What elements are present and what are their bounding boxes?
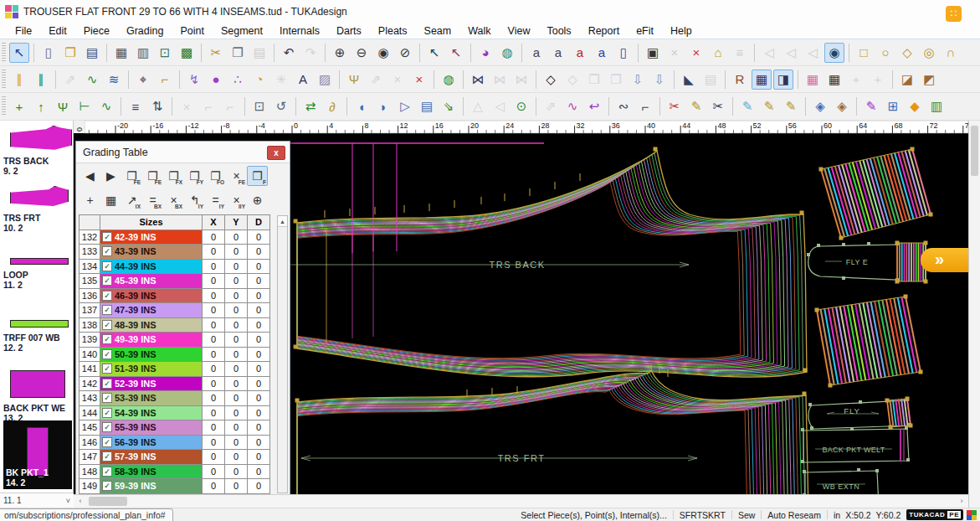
- scroll-up-icon[interactable]: ▲: [278, 216, 287, 227]
- grade-x[interactable]: 0: [203, 245, 225, 260]
- clear-y-icon[interactable]: ×IIY: [226, 190, 247, 210]
- grade-d[interactable]: 0: [248, 259, 270, 274]
- measure-a1-icon[interactable]: a: [526, 43, 546, 63]
- grade-y[interactable]: 0: [225, 230, 248, 245]
- toolbar-drag-handle[interactable]: [2, 43, 6, 63]
- grading-row-144[interactable]: 144✓54-39 INS000: [80, 405, 270, 420]
- toolbar-drag-handle[interactable]: [2, 96, 6, 116]
- grade-x[interactable]: 0: [203, 288, 225, 303]
- size-cell[interactable]: ✓53-39 INS: [100, 391, 203, 406]
- equal-x-icon[interactable]: =BX: [142, 190, 163, 210]
- context-help-icon[interactable]: ↖: [446, 43, 466, 63]
- smooth-curve-icon[interactable]: ∿: [96, 96, 116, 116]
- undo-icon[interactable]: ↶: [279, 43, 299, 63]
- size-checkbox[interactable]: ✓: [102, 246, 112, 256]
- grade-y[interactable]: 0: [225, 450, 248, 465]
- size-checkbox[interactable]: ✓: [102, 276, 112, 286]
- select-zoom-icon[interactable]: ⌖: [133, 70, 153, 90]
- plot-icon[interactable]: ⊡: [155, 43, 175, 63]
- grade-y[interactable]: 0: [225, 245, 248, 260]
- cross-red-icon[interactable]: ×: [409, 70, 429, 90]
- grading-row-139[interactable]: 139✓49-39 INS000: [80, 333, 270, 348]
- menu-report[interactable]: Report: [580, 25, 629, 37]
- size-cell[interactable]: ✓42-39 INS: [100, 230, 203, 245]
- swap-points-icon[interactable]: ⇄: [300, 96, 321, 116]
- help-pointer-icon[interactable]: ↖: [424, 43, 444, 63]
- cut-segment-icon[interactable]: ✂: [664, 96, 685, 116]
- sidebar-piece-trff-007-wb[interactable]: TRFF 007 WB12. 2: [3, 320, 72, 353]
- piece-thumbnail[interactable]: [10, 186, 69, 208]
- grade-x[interactable]: 0: [203, 303, 225, 318]
- grade-y[interactable]: 0: [225, 391, 248, 406]
- trace-curve-icon[interactable]: ∂: [322, 96, 342, 116]
- measure-block-icon[interactable]: ▯: [613, 43, 634, 63]
- shape-spiral-icon[interactable]: ◎: [919, 43, 939, 63]
- sidebar-piece-trs-frt[interactable]: TRS FRT10. 2: [3, 186, 72, 233]
- row-number[interactable]: 137: [80, 303, 100, 318]
- dart-down-2-icon[interactable]: ⇩: [649, 70, 670, 90]
- grade-d[interactable]: 0: [248, 274, 270, 289]
- menu-edit[interactable]: Edit: [40, 25, 75, 37]
- grade-x[interactable]: 0: [203, 376, 225, 391]
- seam-left-icon[interactable]: ◖: [351, 96, 372, 116]
- grade-x[interactable]: 0: [203, 450, 225, 465]
- toolbar-drag-handle[interactable]: [2, 70, 6, 90]
- grade-d[interactable]: 0: [248, 303, 270, 318]
- move-point-icon[interactable]: ↑: [31, 96, 51, 116]
- grading-window-titlebar[interactable]: Grading Table x: [76, 142, 290, 163]
- grade-y[interactable]: 0: [225, 464, 248, 479]
- copy-rule-icon[interactable]: ❐FE: [121, 166, 142, 186]
- grade-d[interactable]: 0: [248, 435, 270, 450]
- size-checkbox[interactable]: ✓: [102, 467, 112, 477]
- grade-x[interactable]: 0: [203, 435, 225, 450]
- size-cell[interactable]: ✓44-39 INS: [100, 259, 203, 274]
- menu-pleats[interactable]: Pleats: [370, 25, 416, 37]
- piece-thumbnail[interactable]: [10, 126, 72, 151]
- size-checkbox[interactable]: ✓: [102, 349, 112, 359]
- export-box-icon[interactable]: ⊞: [883, 96, 903, 116]
- grading-row-143[interactable]: 143✓53-39 INS000: [80, 391, 270, 406]
- flip-fold-icon[interactable]: ◣: [679, 70, 699, 90]
- row-number[interactable]: 138: [80, 317, 100, 333]
- grade-x[interactable]: 0: [203, 420, 225, 436]
- row-number[interactable]: 149: [80, 479, 100, 494]
- size-cell[interactable]: ✓58-39 INS: [100, 464, 203, 479]
- zoom-window-icon[interactable]: ◉: [373, 43, 393, 63]
- measure-box-icon[interactable]: a: [592, 43, 612, 63]
- size-checkbox[interactable]: ✓: [102, 481, 112, 491]
- size-cell[interactable]: ✓52-39 INS: [100, 376, 203, 391]
- grade-x[interactable]: 0: [203, 259, 225, 274]
- size-cell[interactable]: ✓47-39 INS: [100, 303, 203, 318]
- scroll-right-icon[interactable]: ›: [955, 495, 968, 508]
- expand-panel-button[interactable]: »: [921, 248, 968, 272]
- grow-y-icon[interactable]: ↰IY: [184, 190, 205, 210]
- grading-row-146[interactable]: 146✓56-39 INS000: [80, 435, 270, 450]
- grade-x[interactable]: 0: [203, 391, 225, 406]
- row-number[interactable]: 146: [80, 435, 100, 450]
- select-tool-icon[interactable]: ↖: [9, 43, 29, 63]
- grade-d[interactable]: 0: [248, 245, 270, 260]
- size-checkbox[interactable]: ✓: [102, 379, 112, 389]
- size-checkbox[interactable]: ✓: [102, 393, 112, 403]
- sidebar-footer[interactable]: 11. 1 ˅: [0, 493, 74, 508]
- grade-y[interactable]: 0: [225, 479, 248, 494]
- grade-d[interactable]: 0: [248, 362, 270, 377]
- grading-row-136[interactable]: 136✓46-39 INS000: [80, 288, 270, 303]
- size-cell[interactable]: ✓56-39 INS: [100, 435, 203, 450]
- grade-x[interactable]: 0: [203, 362, 225, 377]
- size-checkbox[interactable]: ✓: [102, 408, 112, 418]
- pencil-wave-2-icon[interactable]: ✎: [781, 96, 801, 116]
- clock-mark-icon[interactable]: ◔: [249, 70, 269, 90]
- row-number[interactable]: 148: [80, 464, 100, 479]
- row-number[interactable]: 135: [80, 274, 100, 289]
- shape-arch-icon[interactable]: ∩: [941, 43, 961, 63]
- grid-black-icon[interactable]: ▦: [824, 70, 844, 90]
- rotate-ccw-icon[interactable]: ↺: [271, 96, 291, 116]
- grading-row-142[interactable]: 142✓52-39 INS000: [80, 376, 270, 391]
- grade-move-toggle-icon[interactable]: ◨: [773, 70, 793, 90]
- size-cell[interactable]: ✓43-39 INS: [100, 245, 203, 260]
- print-preview-icon[interactable]: ▥: [133, 43, 153, 63]
- grading-row-147[interactable]: 147✓57-39 INS000: [80, 450, 270, 465]
- size-checkbox[interactable]: ✓: [102, 232, 112, 242]
- row-number[interactable]: 136: [80, 288, 100, 303]
